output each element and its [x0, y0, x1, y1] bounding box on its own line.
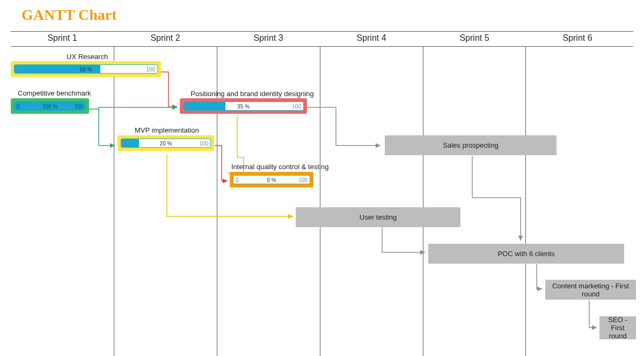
vrule-1-2 — [114, 46, 114, 356]
task-label-cb: Competitive benchmark — [18, 89, 91, 97]
vrule-3-4 — [320, 46, 320, 356]
page-title: GANTT Chart — [0, 0, 644, 26]
task-card-cb[interactable]: 0 100 % 100 — [11, 98, 89, 114]
task-progress-ux: 0 60 % 100 — [14, 64, 158, 74]
task-label-pb: Positioning and brand identity designing — [191, 90, 314, 98]
vrule-4-5 — [423, 46, 423, 356]
task-card-pb[interactable]: 0 35 % 100 — [180, 98, 307, 114]
sprint-header-2: Sprint 2 — [114, 33, 217, 46]
header-top-rule — [11, 31, 633, 32]
task-label-qc: Internal quality control & testing — [231, 163, 328, 171]
task-label-ux: UX Research — [67, 53, 108, 61]
task-card-qc[interactable]: 0 0 % 100 — [230, 172, 313, 187]
task-seo[interactable]: SEO - First round — [599, 316, 636, 339]
task-sales-prospecting[interactable]: Sales prospecting — [385, 135, 557, 155]
task-poc[interactable]: POC with 6 clients — [428, 244, 624, 264]
sprint-header-6: Sprint 6 — [526, 33, 629, 46]
task-progress-mvp: 0 20 % 100 — [121, 139, 211, 148]
sprint-header-5: Sprint 5 — [423, 33, 526, 46]
task-progress-cb: 0 100 % 100 — [14, 101, 86, 111]
task-user-testing[interactable]: User testing — [296, 207, 460, 227]
sprint-header-1: Sprint 1 — [11, 33, 114, 46]
sprint-header-3: Sprint 3 — [217, 33, 320, 46]
task-card-mvp[interactable]: 0 20 % 100 — [118, 135, 214, 151]
sprint-header-4: Sprint 4 — [320, 33, 423, 46]
task-card-ux[interactable]: 0 60 % 100 — [11, 61, 161, 77]
task-progress-qc: 0 0 % 100 — [233, 175, 310, 184]
task-label-mvp: MVP implementation — [135, 126, 199, 134]
gantt-chart: GANTT Chart Sprint 1 Sprint 2 Sprint 3 S… — [0, 0, 644, 356]
task-content-marketing[interactable]: Content marketing - First round — [545, 280, 636, 300]
vrule-5-6 — [525, 46, 526, 356]
task-progress-pb: 0 35 % 100 — [183, 101, 304, 111]
header-bottom-rule — [11, 46, 633, 47]
